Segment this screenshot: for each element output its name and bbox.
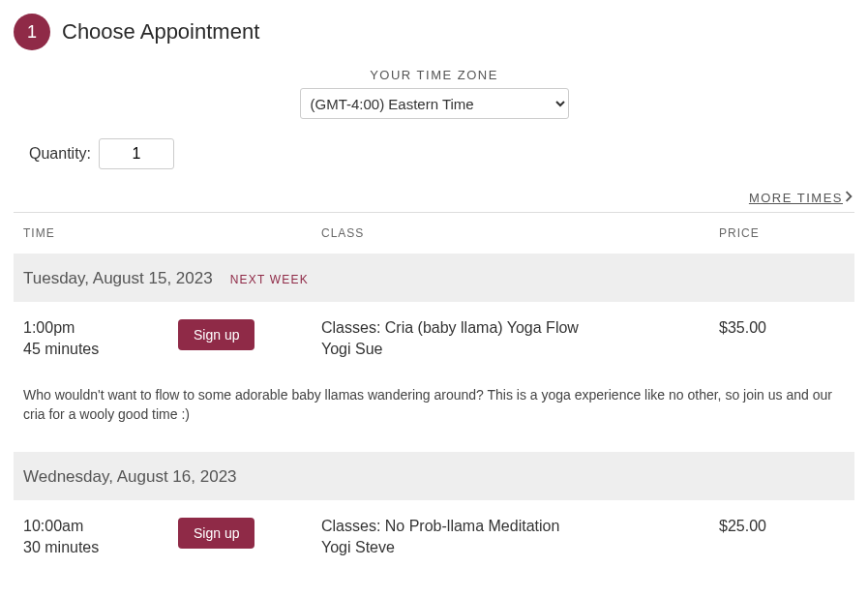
event-time: 10:00am — [23, 518, 178, 535]
step-header: 1 Choose Appointment — [14, 14, 854, 50]
date-text: Tuesday, August 15, 2023 — [23, 269, 213, 288]
event-time: 1:00pm — [23, 319, 178, 337]
more-times-link[interactable]: MORE TIMES — [749, 191, 853, 205]
more-times-label: MORE TIMES — [749, 191, 843, 205]
chevron-right-icon — [845, 191, 853, 205]
step-title: Choose Appointment — [62, 19, 259, 45]
event-price: $35.00 — [719, 319, 845, 337]
table-row: 10:00am 30 minutes Sign up Classes: No P… — [14, 500, 854, 556]
timezone-label: YOUR TIME ZONE — [14, 68, 854, 82]
event-instructor: Yogi Sue — [321, 341, 719, 358]
col-time: TIME — [23, 226, 178, 240]
date-text: Wednesday, August 16, 2023 — [23, 467, 237, 487]
event-description: Who wouldn't want to flow to some adorab… — [14, 358, 854, 452]
quantity-input[interactable] — [99, 138, 174, 169]
table-header: TIME CLASS PRICE — [14, 213, 854, 254]
signup-button[interactable]: Sign up — [178, 518, 254, 549]
schedule-table: TIME CLASS PRICE Tuesday, August 15, 202… — [14, 212, 854, 556]
step-number-badge: 1 — [14, 14, 50, 50]
date-group-header: Wednesday, August 16, 2023 — [14, 452, 854, 500]
next-week-badge: NEXT WEEK — [230, 273, 309, 286]
quantity-label: Quantity: — [29, 145, 91, 163]
col-price: PRICE — [719, 226, 845, 240]
signup-button[interactable]: Sign up — [178, 319, 254, 350]
date-group-header: Tuesday, August 15, 2023 NEXT WEEK — [14, 254, 854, 302]
event-instructor: Yogi Steve — [321, 539, 719, 556]
event-price: $25.00 — [719, 518, 845, 535]
timezone-select[interactable]: (GMT-4:00) Eastern Time — [300, 88, 569, 119]
col-class: CLASS — [321, 226, 719, 240]
event-duration: 45 minutes — [23, 341, 178, 358]
event-class-name: Classes: No Prob-llama Meditation — [321, 518, 719, 535]
event-duration: 30 minutes — [23, 539, 178, 556]
event-class-name: Classes: Cria (baby llama) Yoga Flow — [321, 319, 719, 337]
table-row: 1:00pm 45 minutes Sign up Classes: Cria … — [14, 302, 854, 358]
